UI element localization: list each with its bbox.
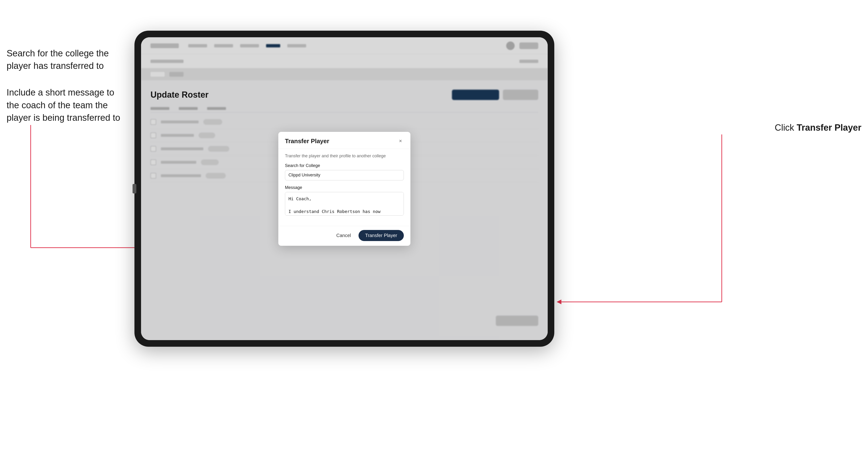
search-college-input[interactable] bbox=[285, 170, 404, 181]
transfer-player-modal: Transfer Player × Transfer the player an… bbox=[278, 132, 410, 246]
tablet-button bbox=[132, 184, 136, 193]
tablet-frame: Update Roster bbox=[134, 31, 554, 347]
svg-marker-6 bbox=[557, 300, 561, 304]
message-group: Message bbox=[285, 185, 404, 217]
annotation-left: Search for the college the player has tr… bbox=[7, 47, 125, 138]
message-label: Message bbox=[285, 185, 404, 190]
modal-header: Transfer Player × bbox=[278, 132, 410, 149]
modal-description: Transfer the player and their profile to… bbox=[285, 154, 404, 158]
annotation-right: Click Transfer Player bbox=[775, 123, 862, 133]
tablet-screen: Update Roster bbox=[141, 37, 548, 340]
transfer-player-button[interactable]: Transfer Player bbox=[359, 230, 404, 241]
modal-overlay: Transfer Player × Transfer the player an… bbox=[141, 37, 548, 340]
annotation-search-text: Search for the college the player has tr… bbox=[7, 47, 125, 72]
cancel-button[interactable]: Cancel bbox=[333, 230, 355, 241]
modal-footer: Cancel Transfer Player bbox=[278, 226, 410, 246]
app-content: Update Roster bbox=[141, 37, 548, 340]
modal-close-button[interactable]: × bbox=[397, 138, 404, 144]
annotation-transfer-label: Transfer Player bbox=[797, 123, 861, 132]
annotation-click-label: Click bbox=[775, 123, 794, 132]
search-college-group: Search for College bbox=[285, 163, 404, 181]
message-textarea[interactable] bbox=[285, 192, 404, 216]
modal-body: Transfer the player and their profile to… bbox=[278, 149, 410, 226]
modal-title: Transfer Player bbox=[285, 137, 329, 145]
search-college-label: Search for College bbox=[285, 163, 404, 168]
annotation-message-text: Include a short message to the coach of … bbox=[7, 86, 125, 124]
